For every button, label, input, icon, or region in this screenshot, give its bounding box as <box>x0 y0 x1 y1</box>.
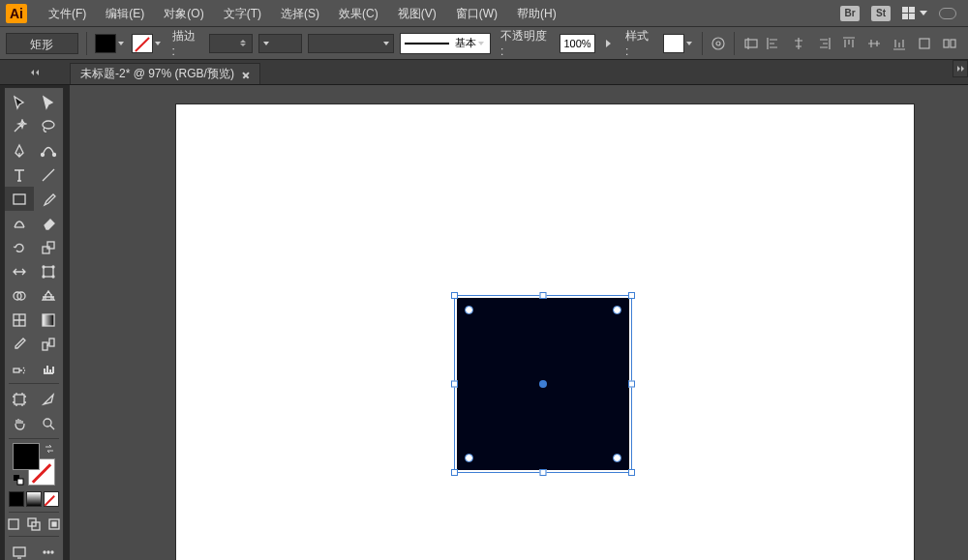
edit-toolbar-icon[interactable] <box>34 540 63 560</box>
tool-scale[interactable] <box>34 235 63 259</box>
tool-shape-builder[interactable] <box>5 283 34 308</box>
panel-collapse-left[interactable] <box>0 60 70 85</box>
align-to-icon[interactable] <box>742 35 759 52</box>
tool-type[interactable] <box>5 162 34 187</box>
svg-point-14 <box>52 266 54 268</box>
tool-free-transform[interactable] <box>34 259 63 283</box>
tool-eyedropper[interactable] <box>5 332 34 356</box>
svg-point-25 <box>44 419 51 427</box>
align-left-icon[interactable] <box>765 35 782 52</box>
tool-blend[interactable] <box>34 332 63 356</box>
svg-rect-3 <box>920 39 929 48</box>
menu-view[interactable]: 视图(V) <box>388 0 446 27</box>
resize-handle[interactable] <box>451 381 458 388</box>
control-bar: 矩形 描边 : 基本 不透明度 : 100% 样式 : <box>0 27 968 60</box>
selection-bounding-box <box>454 295 632 473</box>
tool-column-graph[interactable] <box>34 356 63 380</box>
svg-rect-22 <box>49 339 54 346</box>
resize-handle[interactable] <box>451 292 458 299</box>
draw-gradient-icon[interactable] <box>26 491 42 507</box>
tool-artboard[interactable] <box>5 387 34 411</box>
tool-hand[interactable] <box>5 411 34 435</box>
resize-handle[interactable] <box>628 292 635 299</box>
tool-symbol-sprayer[interactable] <box>5 356 34 380</box>
tool-rotate[interactable] <box>5 235 34 259</box>
menu-file[interactable]: 文件(F) <box>39 0 96 27</box>
resize-handle[interactable] <box>540 469 547 476</box>
tool-zoom[interactable] <box>34 411 63 435</box>
tool-line[interactable] <box>34 162 63 187</box>
align-h-center-icon[interactable] <box>790 35 807 52</box>
svg-rect-12 <box>44 267 53 277</box>
tool-mesh[interactable] <box>5 308 34 332</box>
stock-icon[interactable]: St <box>871 6 891 21</box>
tool-brush[interactable] <box>34 187 63 211</box>
align-right-icon[interactable] <box>815 35 832 52</box>
tool-rectangle[interactable] <box>5 187 34 211</box>
center-point[interactable] <box>539 380 547 388</box>
svg-point-35 <box>47 551 49 553</box>
draw-behind-icon[interactable] <box>25 516 42 533</box>
resize-handle[interactable] <box>628 381 635 388</box>
menu-help[interactable]: 帮助(H) <box>507 0 566 27</box>
document-tab[interactable]: 未标题-2* @ 97% (RGB/预览) <box>70 63 260 84</box>
transform-icon[interactable] <box>916 35 933 52</box>
menu-window[interactable]: 窗口(W) <box>446 0 507 27</box>
stroke-style-combo[interactable]: 基本 <box>400 33 491 54</box>
tool-lasso[interactable] <box>34 114 63 138</box>
stroke-weight-stepper[interactable] <box>209 34 253 53</box>
tool-direct-selection[interactable] <box>34 90 63 114</box>
canvas-area[interactable] <box>70 85 968 560</box>
svg-point-36 <box>51 551 53 553</box>
isolate-icon[interactable] <box>941 35 958 52</box>
tool-perspective-grid[interactable] <box>34 283 63 308</box>
sync-icon[interactable] <box>939 8 956 19</box>
screen-mode-icon[interactable] <box>5 540 34 560</box>
align-top-icon[interactable] <box>840 35 858 52</box>
panel-collapse-right[interactable] <box>953 60 968 77</box>
tool-shaper[interactable] <box>5 211 34 235</box>
swap-colors-icon[interactable] <box>44 443 55 455</box>
menu-bar: Ai 文件(F) 编辑(E) 对象(O) 文字(T) 选择(S) 效果(C) 视… <box>0 0 968 27</box>
draw-color-icon[interactable] <box>9 491 24 507</box>
variable-width-profile[interactable] <box>258 34 302 53</box>
align-v-center-icon[interactable] <box>865 35 883 52</box>
tool-width[interactable] <box>5 259 34 283</box>
tool-selection[interactable] <box>5 90 34 114</box>
fill-color-indicator[interactable] <box>13 443 40 470</box>
menu-select[interactable]: 选择(S) <box>271 0 329 27</box>
fill-color-swatch[interactable] <box>95 34 126 53</box>
stroke-color-swatch[interactable] <box>132 34 163 53</box>
stroke-label: 描边 : <box>172 28 200 58</box>
draw-inside-icon[interactable] <box>46 516 63 533</box>
recolor-art-icon[interactable] <box>711 35 727 52</box>
bridge-icon[interactable]: Br <box>840 6 860 21</box>
graphic-style-swatch[interactable] <box>663 34 694 53</box>
tool-gradient[interactable] <box>34 308 63 332</box>
svg-point-34 <box>44 551 45 553</box>
brush-definition[interactable] <box>308 34 394 53</box>
resize-handle[interactable] <box>628 469 635 476</box>
tool-slice[interactable] <box>34 387 63 411</box>
resize-handle[interactable] <box>540 292 547 299</box>
draw-normal-icon[interactable] <box>5 516 21 533</box>
align-bottom-icon[interactable] <box>891 35 908 52</box>
menu-object[interactable]: 对象(O) <box>154 0 213 27</box>
opacity-field[interactable]: 100% <box>560 34 595 53</box>
fill-stroke-color-block[interactable] <box>13 443 55 486</box>
menu-effect[interactable]: 效果(C) <box>329 0 388 27</box>
arrange-docs-icon[interactable] <box>902 7 927 20</box>
resize-handle[interactable] <box>451 469 458 476</box>
close-tab-icon[interactable] <box>242 71 250 78</box>
opacity-dropdown[interactable] <box>601 34 616 53</box>
svg-rect-2 <box>745 40 757 47</box>
menu-edit[interactable]: 编辑(E) <box>96 0 154 27</box>
default-colors-icon[interactable] <box>13 474 24 486</box>
tool-eraser[interactable] <box>34 211 63 235</box>
draw-none-icon[interactable] <box>44 491 59 507</box>
tool-pen[interactable] <box>5 138 34 162</box>
svg-rect-10 <box>43 247 49 253</box>
menu-type[interactable]: 文字(T) <box>214 0 271 27</box>
tool-curvature[interactable] <box>34 138 63 162</box>
tool-magic-wand[interactable] <box>5 114 34 138</box>
